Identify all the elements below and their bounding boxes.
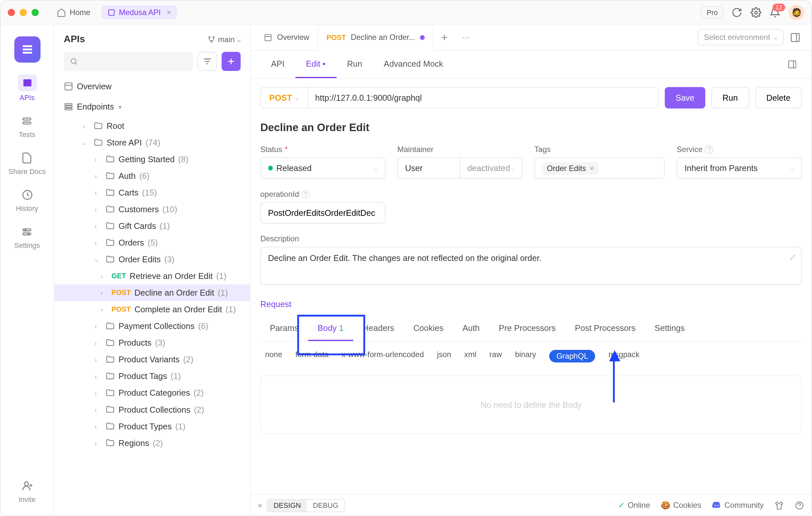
help-icon[interactable]: ? — [705, 145, 713, 154]
home-tab[interactable]: Home — [51, 5, 96, 19]
tree-folder[interactable]: ›Product Categories (2) — [54, 384, 250, 401]
layout-toggle-button[interactable] — [790, 32, 801, 43]
help-icon[interactable]: ? — [301, 190, 310, 198]
maintainer-type-select[interactable]: User — [397, 157, 460, 179]
body-type-msgpack[interactable]: msgpack — [608, 350, 639, 362]
online-status[interactable]: ✓Online — [618, 500, 650, 510]
req-tab-cookies[interactable]: Cookies — [404, 316, 453, 341]
close-tab-icon[interactable]: × — [167, 8, 171, 17]
status-select[interactable]: Released ⌵ — [260, 157, 385, 179]
rail-history[interactable]: History — [16, 188, 38, 213]
tab-menu-button[interactable]: ⋯ — [455, 32, 477, 42]
chevron-icon: › — [95, 206, 102, 213]
minimize-window[interactable] — [20, 8, 27, 16]
add-button[interactable] — [222, 52, 240, 71]
req-tab-auth[interactable]: Auth — [453, 316, 489, 341]
tree-folder[interactable]: ›Getting Started (8) — [54, 151, 250, 167]
panel-icon[interactable] — [787, 59, 797, 69]
tree-folder[interactable]: ›Product Variants (2) — [54, 351, 250, 368]
tree-folder[interactable]: ›Auth (6) — [54, 167, 250, 184]
req-tab-params[interactable]: Params — [260, 316, 308, 341]
rail-settings[interactable]: Settings — [14, 225, 40, 250]
req-tab-body[interactable]: Body1 — [308, 316, 353, 341]
svg-rect-18 — [65, 83, 72, 90]
filter-button[interactable] — [198, 52, 216, 71]
body-type-form-data[interactable]: form-data — [295, 350, 328, 362]
tree-folder[interactable]: ›Carts (15) — [54, 184, 250, 201]
subtab-mock[interactable]: Advanced Mock — [373, 51, 454, 78]
app-logo[interactable] — [14, 36, 40, 62]
notifications-button[interactable]: 12 — [770, 7, 780, 18]
help-icon[interactable] — [795, 500, 804, 510]
environment-selector[interactable]: Select environment ⌵ — [697, 29, 784, 45]
maintainer-value-select[interactable]: deactivated⌵ — [459, 157, 522, 179]
tree-folder[interactable]: ›Product Tags (1) — [54, 368, 250, 384]
body-type-none[interactable]: none — [265, 350, 282, 362]
gear-icon[interactable] — [751, 7, 761, 18]
tree-endpoint[interactable]: ›POSTDecline an Order Edit (1) — [54, 284, 250, 301]
tree-folder[interactable]: ⌵Store API (74) — [54, 134, 250, 151]
maximize-window[interactable] — [32, 8, 39, 16]
req-tab-headers[interactable]: Headers — [353, 316, 404, 341]
tab-active-endpoint[interactable]: POST Decline an Order... — [318, 25, 434, 50]
req-tab-settings[interactable]: Settings — [645, 316, 694, 341]
run-button[interactable]: Run — [711, 87, 749, 109]
collapse-icon[interactable]: « — [258, 500, 262, 510]
tree-folder[interactable]: ›Product Collections (2) — [54, 401, 250, 418]
remove-tag-icon[interactable]: × — [589, 163, 594, 172]
pro-badge[interactable]: Pro — [701, 6, 723, 18]
rail-invite[interactable]: Invite — [19, 479, 36, 504]
req-tab-post[interactable]: Post Processors — [565, 316, 645, 341]
tree-folder[interactable]: ›Product Types (1) — [54, 418, 250, 435]
branch-selector[interactable]: main ⌵ — [207, 35, 240, 44]
service-select[interactable]: Inherit from Parents⌵ — [677, 157, 802, 179]
tree-folder[interactable]: ›Orders (5) — [54, 234, 250, 251]
body-type-urlencoded[interactable]: x-www-form-urlencoded — [342, 350, 424, 362]
delete-button[interactable]: Delete — [755, 87, 802, 109]
req-tab-pre[interactable]: Pre Processors — [489, 316, 565, 341]
cookies-link[interactable]: 🍪Cookies — [661, 500, 701, 510]
close-window[interactable] — [8, 8, 15, 16]
tree-folder[interactable]: ›Payment Collections (6) — [54, 318, 250, 334]
expand-icon[interactable]: ⤢ — [789, 252, 796, 262]
rail-share-docs[interactable]: Share Docs — [8, 151, 46, 176]
tags-input[interactable]: Order Edits × — [534, 157, 665, 179]
body-type-json[interactable]: json — [437, 350, 451, 362]
tree-label: Customers — [119, 205, 159, 214]
tab-overview[interactable]: Overview — [256, 25, 318, 50]
body-type-xml[interactable]: xml — [464, 350, 476, 362]
tree-folder[interactable]: ›Regions (2) — [54, 435, 250, 451]
tree-folder[interactable]: ›Gift Cards (1) — [54, 217, 250, 234]
search-input[interactable] — [64, 52, 193, 71]
tree-endpoint[interactable]: ›GETRetrieve an Order Edit (1) — [54, 268, 250, 284]
avatar[interactable]: 🧔 — [789, 5, 804, 20]
tree-folder[interactable]: ›Products (3) — [54, 334, 250, 351]
tree-folder[interactable]: ›Root — [54, 117, 250, 134]
subtab-edit[interactable]: Edit • — [295, 51, 336, 78]
overview-link[interactable]: Overview — [54, 78, 250, 95]
community-link[interactable]: Community — [712, 500, 764, 510]
refresh-icon[interactable] — [732, 7, 743, 18]
endpoints-link[interactable]: Endpoints ▾ — [54, 99, 250, 115]
url-input[interactable] — [308, 88, 659, 108]
request-tabs: Params Body1 Headers Cookies Auth Pre Pr… — [260, 316, 802, 342]
subtab-api[interactable]: API — [260, 51, 295, 78]
tree-endpoint[interactable]: ›POSTComplete an Order Edit (1) — [54, 301, 250, 318]
rail-apis[interactable]: APIs — [18, 75, 37, 102]
save-button[interactable]: Save — [665, 87, 705, 109]
body-type-raw[interactable]: raw — [490, 350, 502, 362]
method-selector[interactable]: POST ⌵ — [261, 88, 308, 108]
body-type-binary[interactable]: binary — [515, 350, 536, 362]
add-tab-button[interactable] — [434, 32, 456, 42]
tree-folder[interactable]: ›Customers (10) — [54, 201, 250, 217]
debug-toggle[interactable]: DEBUG — [307, 499, 344, 511]
tree-folder[interactable]: ⌵Order Edits (3) — [54, 251, 250, 268]
tshirt-icon[interactable] — [775, 500, 784, 510]
description-input[interactable]: Decline an Order Edit. The changes are n… — [260, 247, 802, 285]
subtab-run[interactable]: Run — [336, 51, 373, 78]
body-type-graphql[interactable]: GraphQL — [549, 350, 596, 362]
design-toggle[interactable]: DESIGN — [268, 499, 307, 511]
rail-tests[interactable]: Tests — [19, 114, 35, 139]
project-tab[interactable]: Medusa API × — [101, 5, 177, 19]
operationid-input[interactable] — [260, 202, 385, 224]
